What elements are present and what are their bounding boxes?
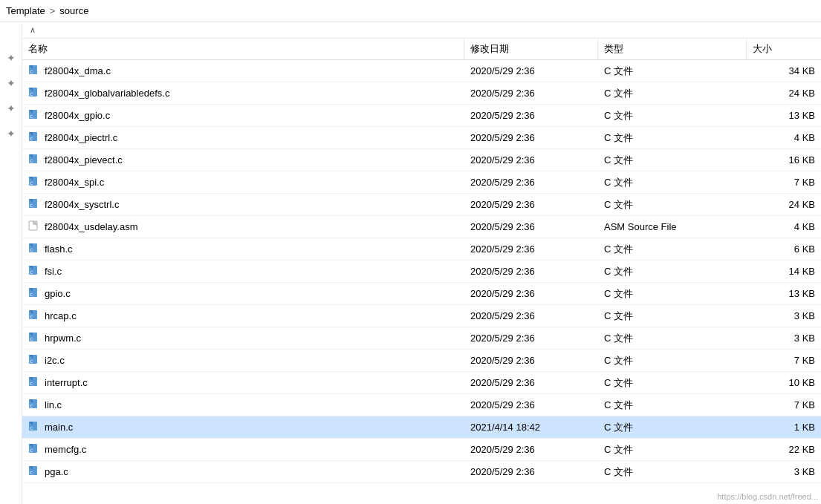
file-name-cell: C pga.c: [22, 465, 464, 479]
file-list: C f28004x_dma.c2020/5/29 2:36C 文件34 KB C…: [22, 60, 821, 504]
file-type: C 文件: [598, 154, 747, 167]
file-name-cell: C i2c.c: [22, 353, 464, 367]
table-row[interactable]: C f28004x_spi.c2020/5/29 2:36C 文件7 KB: [22, 171, 821, 194]
file-type: C 文件: [598, 265, 747, 278]
col-header-name[interactable]: 名称: [22, 39, 464, 59]
table-row[interactable]: C hrpwm.c2020/5/29 2:36C 文件3 KB: [22, 327, 821, 350]
file-size: 4 KB: [747, 132, 821, 143]
file-size: 13 KB: [747, 288, 821, 299]
main-content: ∧ 名称 修改日期 类型 大小 C f28004x_dma.c2020/5/29…: [22, 22, 821, 504]
pin-icon-2[interactable]: ✦: [7, 77, 16, 89]
table-row[interactable]: C pga.c2020/5/29 2:36C 文件3 KB: [22, 461, 821, 483]
table-row[interactable]: C f28004x_globalvariabledefs.c2020/5/29 …: [22, 82, 821, 105]
table-row[interactable]: C interrupt.c2020/5/29 2:36C 文件10 KB: [22, 372, 821, 394]
table-row[interactable]: C f28004x_piectrl.c2020/5/29 2:36C 文件4 K…: [22, 127, 821, 149]
file-type: C 文件: [598, 109, 747, 122]
file-name-cell: C lin.c: [22, 398, 464, 412]
file-type: ASM Source File: [598, 221, 747, 232]
file-size: 34 KB: [747, 65, 821, 76]
file-name-cell: C fsi.c: [22, 264, 464, 278]
c-file-icon: C: [28, 353, 40, 367]
file-date: 2020/5/29 2:36: [464, 243, 598, 255]
table-row[interactable]: C gpio.c2020/5/29 2:36C 文件13 KB: [22, 283, 821, 305]
table-row[interactable]: C f28004x_pievect.c2020/5/29 2:36C 文件16 …: [22, 149, 821, 171]
file-size: 7 KB: [747, 399, 821, 410]
file-date: 2020/5/29 2:36: [464, 110, 598, 121]
sort-arrow-up[interactable]: ∧: [30, 25, 36, 35]
file-type: C 文件: [598, 421, 747, 434]
file-name-text: memcfg.c: [45, 444, 86, 455]
svg-text:C: C: [30, 359, 33, 364]
pin-icon-3[interactable]: ✦: [7, 102, 16, 114]
table-row[interactable]: C lin.c2020/5/29 2:36C 文件7 KB: [22, 394, 821, 416]
file-date: 2020/5/29 2:36: [464, 177, 598, 188]
file-date: 2020/5/29 2:36: [464, 132, 598, 143]
file-name-text: f28004x_sysctrl.c: [45, 199, 119, 210]
file-name-cell: C memcfg.c: [22, 442, 464, 456]
c-file-icon: C: [28, 420, 40, 434]
svg-text:C: C: [30, 292, 33, 297]
file-date: 2020/5/29 2:36: [464, 288, 598, 299]
sidebar: ✦ ✦ ✦ ✦: [0, 22, 22, 504]
file-name-cell: C f28004x_gpio.c: [22, 108, 464, 122]
file-type: C 文件: [598, 176, 747, 189]
file-date: 2020/5/29 2:36: [464, 221, 598, 232]
table-row[interactable]: C f28004x_sysctrl.c2020/5/29 2:36C 文件24 …: [22, 194, 821, 216]
file-size: 7 KB: [747, 355, 821, 366]
table-row[interactable]: C f28004x_gpio.c2020/5/29 2:36C 文件13 KB: [22, 105, 821, 127]
svg-text:C: C: [30, 382, 33, 386]
file-type: C 文件: [598, 310, 747, 323]
table-row[interactable]: C hrcap.c2020/5/29 2:36C 文件3 KB: [22, 305, 821, 327]
table-row[interactable]: C i2c.c2020/5/29 2:36C 文件7 KB: [22, 350, 821, 372]
table-row[interactable]: C memcfg.c2020/5/29 2:36C 文件22 KB: [22, 439, 821, 461]
svg-text:C: C: [30, 137, 33, 141]
c-file-icon: C: [28, 398, 40, 412]
c-file-icon: C: [28, 86, 40, 100]
file-type: C 文件: [598, 399, 747, 412]
table-row[interactable]: C flash.c2020/5/29 2:36C 文件6 KB: [22, 238, 821, 261]
col-header-date[interactable]: 修改日期: [464, 39, 598, 59]
col-header-size[interactable]: 大小: [747, 39, 821, 59]
file-name-cell: C f28004x_dma.c: [22, 64, 464, 78]
svg-text:C: C: [30, 315, 33, 319]
svg-text:C: C: [30, 92, 33, 96]
file-size: 3 KB: [747, 466, 821, 477]
table-row[interactable]: C f28004x_dma.c2020/5/29 2:36C 文件34 KB: [22, 60, 821, 82]
svg-text:C: C: [30, 70, 33, 74]
c-file-icon: C: [28, 331, 40, 345]
col-header-type[interactable]: 类型: [598, 39, 747, 59]
breadcrumb-part1[interactable]: Template: [6, 5, 45, 16]
file-name-text: gpio.c: [45, 288, 71, 299]
table-row[interactable]: C fsi.c2020/5/29 2:36C 文件14 KB: [22, 261, 821, 283]
file-size: 4 KB: [747, 221, 821, 232]
c-file-icon: C: [28, 287, 40, 301]
file-type: C 文件: [598, 376, 747, 390]
table-row[interactable]: C main.c2021/4/14 18:42C 文件1 KB: [22, 416, 821, 439]
breadcrumb-part2[interactable]: source: [59, 5, 88, 16]
file-date: 2020/5/29 2:36: [464, 399, 598, 410]
table-row[interactable]: f28004x_usdelay.asm2020/5/29 2:36ASM Sou…: [22, 216, 821, 238]
file-name-text: pga.c: [45, 466, 68, 477]
file-size: 10 KB: [747, 377, 821, 388]
file-size: 24 KB: [747, 199, 821, 210]
file-name-cell: C interrupt.c: [22, 376, 464, 390]
file-name-text: hrcap.c: [45, 310, 77, 321]
watermark: https://blog.csdn.net/freed...: [717, 492, 818, 501]
pin-icon-4[interactable]: ✦: [7, 128, 16, 140]
svg-text:C: C: [30, 203, 33, 208]
file-date: 2020/5/29 2:36: [464, 88, 598, 99]
file-size: 1 KB: [747, 422, 821, 433]
file-name-text: f28004x_dma.c: [45, 65, 111, 76]
file-name-cell: f28004x_usdelay.asm: [22, 220, 464, 234]
file-size: 14 KB: [747, 266, 821, 277]
breadcrumb-separator: >: [50, 5, 56, 16]
file-name-cell: C f28004x_sysctrl.c: [22, 197, 464, 212]
column-headers: 名称 修改日期 类型 大小: [22, 39, 821, 60]
titlebar: Template > source: [0, 0, 821, 22]
file-type: C 文件: [598, 65, 747, 78]
file-name-text: flash.c: [45, 243, 73, 255]
svg-text:C: C: [30, 114, 33, 119]
sort-arrow-row: ∧: [22, 22, 821, 39]
pin-icon-1[interactable]: ✦: [7, 52, 16, 64]
file-type: C 文件: [598, 443, 747, 456]
